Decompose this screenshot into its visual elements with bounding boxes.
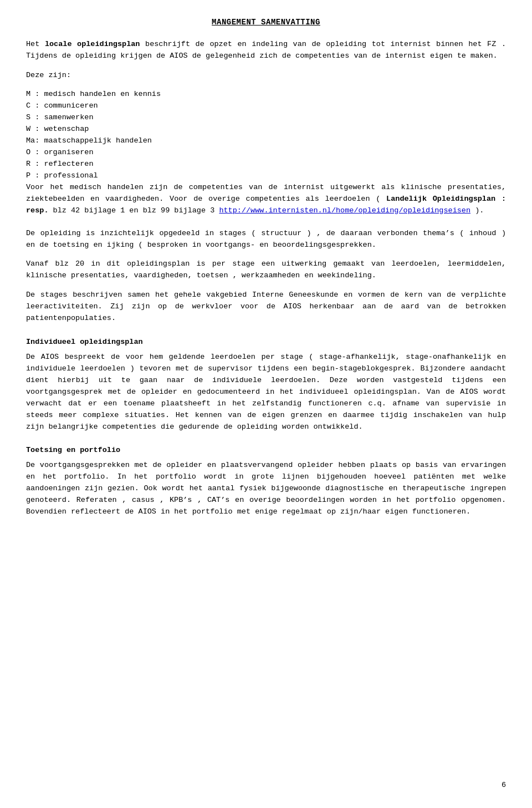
competenties-list: M : medisch handelen en kennis C : commu… xyxy=(26,89,506,181)
individueel-heading: Individueel opleidingsplan xyxy=(26,337,506,348)
page-number: 6 xyxy=(502,780,506,791)
structure-section: De opleiding is inzichtelijk opgedeeld i… xyxy=(26,228,506,324)
list-item: Ma: maatschappelijk handelen xyxy=(26,135,506,147)
list-item: C : communiceren xyxy=(26,100,506,112)
list-item: M : medisch handelen en kennis xyxy=(26,89,506,100)
list-item: R : reflecteren xyxy=(26,159,506,170)
p3-end: ). xyxy=(470,206,484,215)
medisch-handelen-paragraph: Voor het medisch handelen zijn de compet… xyxy=(26,182,506,217)
list-item: W : wetenschap xyxy=(26,124,506,135)
toetsing-section: Toetsing en portfolio De voortgangsgespr… xyxy=(26,445,506,518)
page-header: MANGEMENT SAMENVATTING xyxy=(26,17,506,29)
list-item: O : organiseren xyxy=(26,147,506,159)
list-item: P : professional xyxy=(26,170,506,182)
intro-p1-bold: locale opleidingsplan xyxy=(45,40,140,48)
opleidingsplan-link[interactable]: http://www.internisten.nl/home/opleiding… xyxy=(219,206,470,215)
structure-p3: De stages beschrijven samen het gehele v… xyxy=(26,289,506,324)
deze-zijn-label: Deze zijn: xyxy=(26,70,506,82)
main-content: Het locale opleidingsplan beschrijft de … xyxy=(26,39,506,518)
individueel-section: Individueel opleidingsplan De AIOS bespr… xyxy=(26,337,506,433)
p3-after-bold: blz 42 bijlage 1 en blz 99 bijlage 3 xyxy=(49,206,215,215)
structure-p1: De opleiding is inzichtelijk opgedeeld i… xyxy=(26,228,506,251)
toetsing-heading: Toetsing en portfolio xyxy=(26,445,506,456)
individueel-text: De AIOS bespreekt de voor hem geldende l… xyxy=(26,352,506,433)
structure-p2: Vanaf blz 20 in dit opleidingsplan is pe… xyxy=(26,258,506,282)
toetsing-text: De voortgangsgesprekken met de opleider … xyxy=(26,460,506,518)
list-item: S : samenwerken xyxy=(26,112,506,124)
intro-p1-before-bold: Het xyxy=(26,40,45,48)
intro-paragraph-1: Het locale opleidingsplan beschrijft de … xyxy=(26,39,506,62)
